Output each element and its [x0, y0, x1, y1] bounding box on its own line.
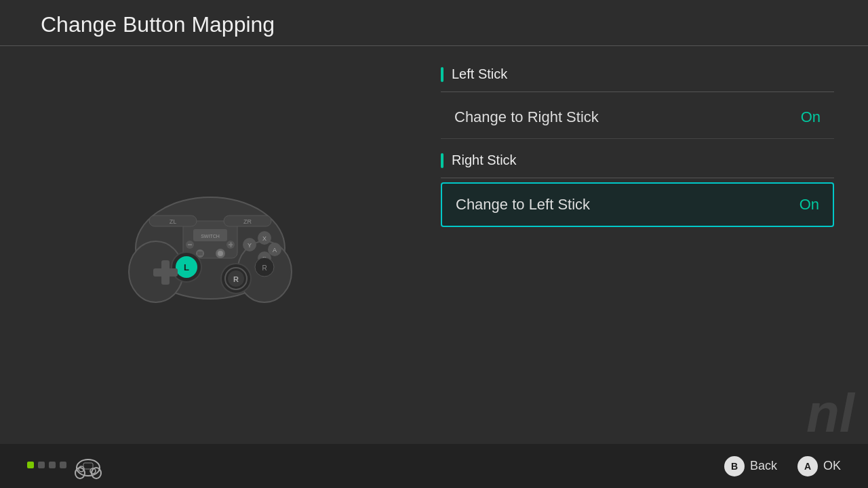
- settings-panel: Left Stick Change to Right Stick On Righ…: [420, 46, 868, 436]
- svg-point-12: [218, 251, 223, 256]
- change-to-right-stick-label: Change to Right Stick: [454, 108, 599, 126]
- dot-2: [38, 462, 45, 468]
- back-button[interactable]: B Back: [724, 456, 777, 476]
- svg-text:R: R: [262, 264, 267, 272]
- b-button-letter: B: [731, 461, 738, 472]
- dots-indicator: [27, 462, 66, 471]
- svg-text:ZR: ZR: [243, 218, 252, 225]
- svg-text:Y: Y: [248, 242, 252, 249]
- svg-text:L: L: [184, 262, 189, 272]
- b-button-circle: B: [724, 456, 745, 476]
- svg-rect-41: [83, 463, 93, 469]
- watermark: nl: [806, 386, 854, 441]
- change-to-right-stick-row[interactable]: Change to Right Stick On: [441, 96, 834, 139]
- right-stick-title: Right Stick: [452, 152, 517, 168]
- ok-button[interactable]: A OK: [797, 456, 841, 476]
- left-stick-header: Left Stick: [441, 66, 834, 82]
- svg-rect-19: [153, 268, 178, 277]
- change-to-left-stick-label: Change to Left Stick: [456, 196, 590, 214]
- ok-label: OK: [823, 459, 841, 473]
- controller-image: SWITCH L: [122, 174, 298, 309]
- change-to-left-stick-value: On: [800, 196, 819, 214]
- page-header: Change Button Mapping: [0, 0, 868, 46]
- dots-row: [27, 462, 66, 468]
- svg-rect-10: [231, 242, 232, 247]
- section-bar-right: [441, 153, 443, 168]
- dot-1: [27, 462, 34, 468]
- footer-right: B Back A OK: [724, 456, 841, 476]
- svg-text:ZL: ZL: [170, 218, 177, 225]
- controller-svg: SWITCH L: [122, 174, 298, 309]
- dot-3: [49, 462, 56, 468]
- back-label: Back: [750, 459, 777, 473]
- footer-left: [27, 453, 102, 480]
- change-to-right-stick-value: On: [801, 108, 821, 126]
- page-title: Change Button Mapping: [41, 12, 827, 37]
- dot-4: [60, 462, 66, 468]
- a-button-letter: A: [804, 461, 811, 472]
- controller-panel: SWITCH L: [0, 46, 420, 436]
- section-bar-left: [441, 67, 443, 82]
- change-to-left-stick-row[interactable]: Change to Left Stick On: [441, 182, 834, 227]
- right-stick-header: Right Stick: [441, 152, 834, 168]
- footer-controller-icon: [75, 453, 102, 480]
- svg-rect-7: [188, 244, 192, 245]
- divider-right: [441, 178, 834, 178]
- svg-text:A: A: [273, 247, 277, 253]
- left-stick-section: Left Stick Change to Right Stick On: [441, 66, 834, 139]
- a-button-circle: A: [797, 456, 818, 476]
- svg-text:R: R: [233, 275, 239, 283]
- svg-text:SWITCH: SWITCH: [201, 234, 220, 239]
- footer: B Back A OK: [0, 444, 868, 488]
- svg-rect-14: [197, 251, 203, 256]
- svg-text:X: X: [262, 235, 267, 242]
- right-stick-section: Right Stick Change to Left Stick On: [441, 152, 834, 227]
- left-stick-title: Left Stick: [452, 66, 507, 82]
- divider-left: [441, 92, 834, 92]
- main-content: SWITCH L: [0, 46, 868, 436]
